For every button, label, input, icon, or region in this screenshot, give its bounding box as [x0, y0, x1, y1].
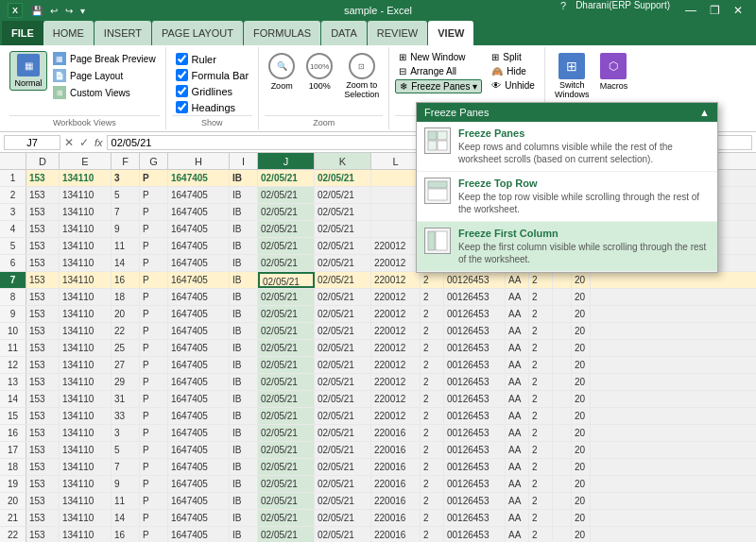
switch-windows-btn[interactable]: ⊞ SwitchWindows — [551, 51, 593, 102]
cell[interactable]: 00126453 — [444, 493, 506, 509]
cell[interactable]: 2 — [421, 493, 444, 509]
cell[interactable]: 134110 — [60, 476, 112, 492]
cell[interactable]: 18 — [112, 289, 140, 305]
cell[interactable]: 9 — [112, 476, 140, 492]
cell[interactable]: 153 — [26, 289, 60, 305]
cell[interactable] — [371, 187, 421, 203]
cell[interactable]: 1647405 — [168, 374, 230, 390]
cell[interactable]: 22 — [112, 323, 140, 339]
cell[interactable]: 20 — [572, 442, 591, 458]
cell[interactable]: 134110 — [60, 289, 112, 305]
cell[interactable]: 27 — [112, 357, 140, 373]
cell[interactable]: 220012 — [371, 408, 421, 424]
cell[interactable]: 153 — [26, 459, 60, 475]
confirm-formula-icon[interactable]: ✓ — [77, 136, 91, 149]
cell[interactable]: IB — [230, 340, 258, 356]
cell[interactable]: 153 — [26, 340, 60, 356]
custom-views-btn[interactable]: ⊞ Custom Views — [49, 85, 160, 100]
tab-formulas[interactable]: FORMULAS — [244, 21, 320, 45]
macros-btn[interactable]: ⬡ Macros — [594, 51, 632, 93]
cell[interactable]: AA — [506, 323, 529, 339]
cell[interactable]: 02/05/21 — [315, 357, 371, 373]
cell[interactable]: 153 — [26, 425, 60, 441]
cell[interactable]: 2 — [421, 357, 444, 373]
cell[interactable]: 220012 — [371, 255, 421, 271]
redo-qat-btn[interactable]: ↪ — [62, 6, 76, 16]
cell[interactable]: AA — [506, 527, 529, 542]
cell[interactable]: 02/05/21 — [315, 221, 371, 237]
cell[interactable]: 02/05/21 — [258, 255, 315, 271]
cell[interactable]: P — [140, 442, 168, 458]
tab-view[interactable]: VIEW — [428, 21, 473, 45]
cell[interactable]: 2 — [529, 289, 553, 305]
cell[interactable]: 02/05/21 — [315, 408, 371, 424]
cell[interactable]: 153 — [26, 391, 60, 407]
cell[interactable]: AA — [506, 272, 529, 288]
cell[interactable]: 2 — [421, 272, 444, 288]
cell[interactable]: 2 — [529, 442, 553, 458]
cell[interactable]: 153 — [26, 527, 60, 542]
tab-review[interactable]: REVIEW — [368, 21, 427, 45]
col-header-j[interactable]: J — [258, 153, 315, 169]
cell[interactable]: 2 — [529, 476, 553, 492]
zoom-100-btn[interactable]: 100% 100% — [302, 51, 336, 93]
headings-check[interactable]: Headings — [176, 101, 249, 113]
cell[interactable]: P — [140, 204, 168, 220]
cell[interactable]: 1647405 — [168, 391, 230, 407]
cell[interactable]: P — [140, 425, 168, 441]
cell[interactable]: 1647405 — [168, 323, 230, 339]
cell[interactable]: 02/05/21 — [258, 306, 315, 322]
table-row[interactable]: 915313411020P1647405IB02/05/2102/05/2122… — [0, 306, 756, 323]
cell[interactable]: 02/05/21 — [315, 238, 371, 254]
cell[interactable]: 02/05/21 — [258, 170, 315, 186]
table-row[interactable]: 2015313411011P1647405IB02/05/2102/05/212… — [0, 493, 756, 510]
cell[interactable]: 20 — [572, 510, 591, 526]
cell[interactable]: 02/05/21 — [315, 272, 371, 288]
cell[interactable]: IB — [230, 238, 258, 254]
cell[interactable]: 1647405 — [168, 425, 230, 441]
cell[interactable]: 220012 — [371, 289, 421, 305]
cell[interactable] — [553, 476, 572, 492]
cell[interactable]: 134110 — [60, 425, 112, 441]
cell[interactable]: 1647405 — [168, 442, 230, 458]
cell[interactable]: 2 — [421, 340, 444, 356]
page-layout-btn[interactable]: 📄 Page Layout — [49, 68, 160, 83]
cell[interactable]: 02/05/21 — [315, 527, 371, 542]
cell[interactable]: 2 — [421, 442, 444, 458]
cell[interactable]: P — [140, 289, 168, 305]
cell[interactable]: 00126453 — [444, 391, 506, 407]
cell[interactable]: 134110 — [60, 510, 112, 526]
zoom-btn[interactable]: 🔍 Zoom — [265, 51, 299, 93]
cell[interactable]: 153 — [26, 357, 60, 373]
cell[interactable]: 02/05/21 — [258, 340, 315, 356]
cell[interactable]: 2 — [529, 340, 553, 356]
cell[interactable]: 153 — [26, 493, 60, 509]
cell[interactable]: 1647405 — [168, 527, 230, 542]
cell[interactable]: P — [140, 510, 168, 526]
cell[interactable]: 02/05/21 — [315, 391, 371, 407]
close-btn[interactable]: ✕ — [728, 0, 748, 21]
cell[interactable]: IB — [230, 510, 258, 526]
unhide-btn[interactable]: 👁 Unhide — [488, 79, 539, 92]
cell[interactable]: 02/05/21 — [315, 493, 371, 509]
cell[interactable] — [553, 306, 572, 322]
table-row[interactable]: 181531341107P1647405IB02/05/2102/05/2122… — [0, 459, 756, 476]
cell[interactable] — [553, 510, 572, 526]
gridlines-checkbox[interactable] — [176, 85, 188, 97]
table-row[interactable]: 2115313411014P1647405IB02/05/2102/05/212… — [0, 510, 756, 527]
cell[interactable]: IB — [230, 221, 258, 237]
cell[interactable]: 25 — [112, 340, 140, 356]
cell[interactable] — [553, 289, 572, 305]
cell[interactable]: 153 — [26, 476, 60, 492]
cell[interactable]: 02/05/21 — [258, 442, 315, 458]
cell[interactable]: 2 — [421, 408, 444, 424]
cell[interactable]: IB — [230, 374, 258, 390]
cell[interactable]: 7 — [112, 204, 140, 220]
cell[interactable]: 00126453 — [444, 357, 506, 373]
cell[interactable]: 153 — [26, 510, 60, 526]
cell[interactable]: IB — [230, 408, 258, 424]
hide-btn[interactable]: 🙈 Hide — [488, 65, 539, 77]
cell[interactable]: 134110 — [60, 187, 112, 203]
cell[interactable]: 3 — [112, 170, 140, 186]
cell[interactable]: P — [140, 170, 168, 186]
